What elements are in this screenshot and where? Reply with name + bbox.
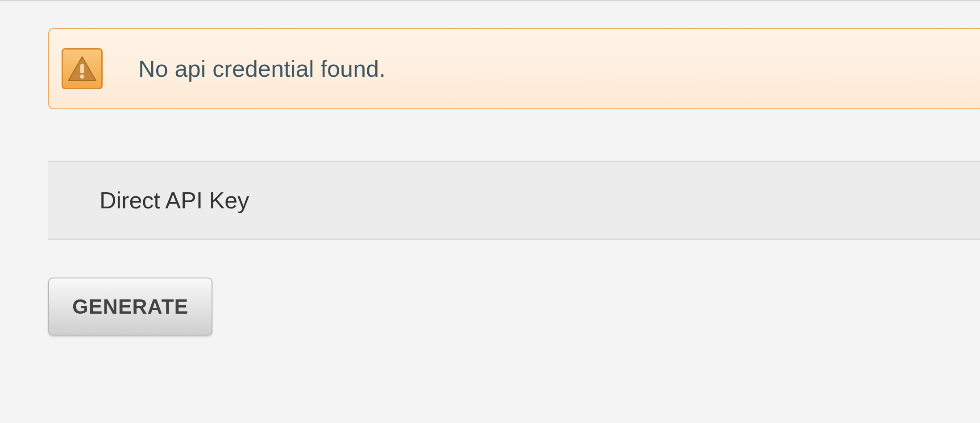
table-header-row: Direct API Key xyxy=(48,162,980,239)
svg-point-2 xyxy=(80,75,84,79)
svg-rect-1 xyxy=(80,64,84,74)
warning-alert-text: No api credential found. xyxy=(138,55,386,82)
warning-icon xyxy=(62,48,103,89)
warning-alert: No api credential found. xyxy=(48,28,980,109)
api-key-table: Direct API Key xyxy=(48,161,980,240)
column-header-direct-api-key: Direct API Key xyxy=(100,187,249,214)
generate-button[interactable]: GENERATE xyxy=(48,278,212,336)
page-root: No api credential found. Direct API Key … xyxy=(0,0,980,423)
